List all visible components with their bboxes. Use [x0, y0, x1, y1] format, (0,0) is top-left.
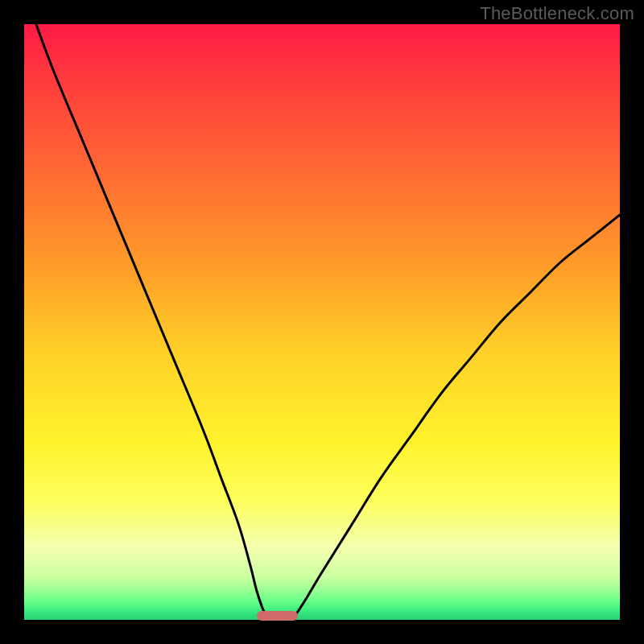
plot-area: [24, 24, 620, 620]
outer-frame: TheBottleneck.com: [0, 0, 644, 644]
curve-left-branch: [36, 24, 269, 620]
watermark-text: TheBottleneck.com: [480, 3, 634, 24]
curve-layer: [24, 24, 620, 620]
curve-right-branch: [292, 215, 620, 620]
minimum-marker: [257, 611, 299, 621]
